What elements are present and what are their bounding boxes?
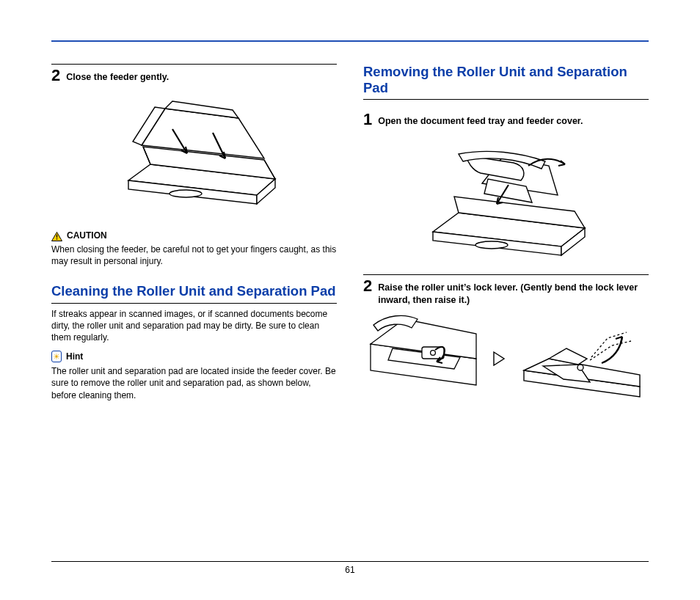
svg-rect-4: [56, 234, 57, 237]
svg-point-8: [431, 350, 436, 355]
step-row: 2 Raise the roller unit’s lock lever. (G…: [363, 274, 649, 306]
caution-icon: [51, 231, 62, 241]
cleaning-intro: If streaks appear in scanned images, or …: [51, 308, 337, 344]
top-rule: [51, 40, 649, 42]
section-heading-cleaning: Cleaning the Roller Unit and Separation …: [51, 283, 337, 303]
step-row: 2 Close the feeder gently.: [51, 64, 337, 84]
lever-closeup-2: [519, 315, 644, 403]
caution-label: CAUTION: [67, 230, 107, 241]
triangle-right-icon: [493, 351, 505, 366]
figure-close-feeder: [51, 92, 337, 217]
right-column: Removing the Roller Unit and Separation …: [363, 64, 649, 416]
left-column: 2 Close the feeder gently.: [51, 64, 337, 416]
hint-text: The roller unit and separation pad are l…: [51, 365, 337, 401]
svg-point-10: [577, 365, 583, 370]
section-heading-removing: Removing the Roller Unit and Separation …: [363, 64, 649, 100]
figure-open-tray: [363, 136, 649, 261]
step-text: Close the feeder gently.: [66, 67, 169, 83]
scanner-closing-illustration: [99, 92, 290, 217]
hint-row: ☀ Hint: [51, 351, 337, 362]
svg-rect-5: [56, 238, 57, 240]
step-text: Raise the roller unit’s lock lever. (Gen…: [378, 278, 649, 306]
svg-point-0: [169, 190, 202, 197]
columns: 2 Close the feeder gently.: [51, 64, 649, 416]
svg-point-6: [475, 241, 508, 249]
step-row: 1 Open the document feed tray and feeder…: [363, 109, 649, 128]
caution-text: When closing the feeder, be careful not …: [51, 244, 337, 267]
hint-icon: ☀: [51, 351, 62, 362]
step-text: Open the document feed tray and feeder c…: [378, 111, 583, 127]
scanner-open-illustration: [415, 136, 598, 261]
manual-page: 2 Close the feeder gently.: [0, 0, 700, 600]
step-number: 1: [363, 111, 372, 128]
lever-closeup-1: [368, 315, 478, 403]
step-number: 2: [363, 278, 372, 294]
hint-label: Hint: [66, 351, 83, 362]
caution-row: CAUTION: [51, 230, 337, 241]
figure-lock-lever: [363, 315, 649, 403]
page-number: 61: [345, 565, 354, 575]
page-footer: 61: [51, 561, 649, 575]
step-number: 2: [51, 67, 60, 84]
svg-marker-9: [494, 352, 504, 365]
